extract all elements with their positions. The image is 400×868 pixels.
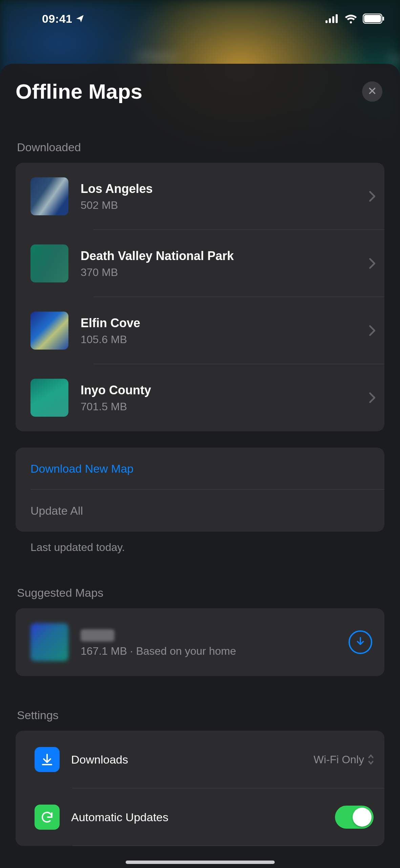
action-label: Download New Map [30,461,376,476]
svg-rect-0 [325,20,328,23]
settings-row-downloads[interactable]: Downloads Wi-Fi Only [16,731,384,788]
map-label-tere: Tere [387,54,400,64]
chevron-right-icon [369,325,376,336]
map-name: Los Angeles [81,181,365,196]
chevron-right-icon [369,258,376,269]
downloaded-maps-list: Los Angeles 502 MB Death Valley National… [16,163,384,431]
map-size: 502 MB [81,199,365,212]
section-settings-label: Settings [17,709,384,722]
chevron-right-icon [369,191,376,202]
updates-icon [35,805,60,830]
suggested-map-row[interactable]: 167.1 MB · Based on your home [16,608,384,676]
svg-rect-1 [329,18,331,23]
cellular-signal-icon [325,14,339,23]
battery-icon [363,14,384,24]
download-icon [355,636,366,649]
actions-card: Download New Map Update All [16,448,384,532]
offline-maps-sheet: Offline Maps Downloaded Los Angeles 502 … [0,64,400,868]
status-bar: 09:41 [0,0,400,37]
automatic-updates-toggle[interactable] [335,806,374,829]
map-size: 701.5 MB [81,400,365,413]
map-thumbnail [30,312,68,350]
status-time: 09:41 [42,12,72,25]
map-row-inyo-county[interactable]: Inyo County 701.5 MB [16,364,384,431]
map-size: 370 MB [81,266,365,279]
setting-value: Wi-Fi Only [314,753,364,766]
map-name: Inyo County [81,382,365,398]
map-name: Elfin Cove [81,315,365,331]
up-down-icon [367,754,374,765]
page-title: Offline Maps [16,79,142,103]
location-icon [76,14,84,23]
wifi-icon [344,14,357,23]
close-icon [368,86,377,97]
svg-rect-3 [336,14,338,23]
map-label-skagway: Skagway [135,51,177,61]
section-suggested-label: Suggested Maps [17,586,384,599]
map-thumbnail [30,177,68,215]
downloads-icon [35,747,60,772]
section-downloaded-label: Downloaded [17,141,384,154]
svg-rect-2 [332,16,334,23]
map-size: 105.6 MB [81,333,365,346]
update-all-button[interactable]: Update All [16,490,384,532]
chevron-right-icon [369,392,376,403]
download-new-map-button[interactable]: Download New Map [16,448,384,490]
download-button[interactable] [349,630,372,654]
map-meta: 167.1 MB · Based on your home [81,645,349,657]
setting-label: Automatic Updates [71,810,335,825]
map-row-death-valley[interactable]: Death Valley National Park 370 MB [16,230,384,297]
settings-list: Downloads Wi-Fi Only Automatic Updates [16,731,384,846]
svg-rect-5 [364,15,381,22]
map-row-los-angeles[interactable]: Los Angeles 502 MB [16,163,384,230]
map-row-elfin-cove[interactable]: Elfin Cove 105.6 MB [16,297,384,364]
map-name-redacted [81,627,349,642]
map-thumbnail [30,379,68,417]
last-updated-label: Last updated today. [30,541,384,554]
svg-rect-6 [383,17,384,21]
action-label: Update All [30,504,376,518]
settings-row-automatic-updates[interactable]: Automatic Updates [16,788,384,846]
home-indicator[interactable] [126,861,275,864]
close-button[interactable] [362,81,382,102]
map-name: Death Valley National Park [81,248,365,263]
map-thumbnail [30,623,68,661]
suggested-maps-list: 167.1 MB · Based on your home [16,608,384,676]
setting-label: Downloads [71,752,314,767]
map-thumbnail [30,244,68,282]
